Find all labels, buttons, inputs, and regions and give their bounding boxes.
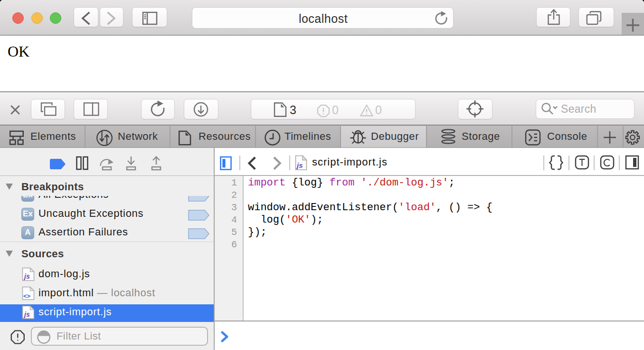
svg-text:js: js [23,311,30,318]
svg-text:js: js [296,161,303,169]
svg-text:<>: <> [23,292,31,300]
svg-text:js: js [23,272,30,280]
